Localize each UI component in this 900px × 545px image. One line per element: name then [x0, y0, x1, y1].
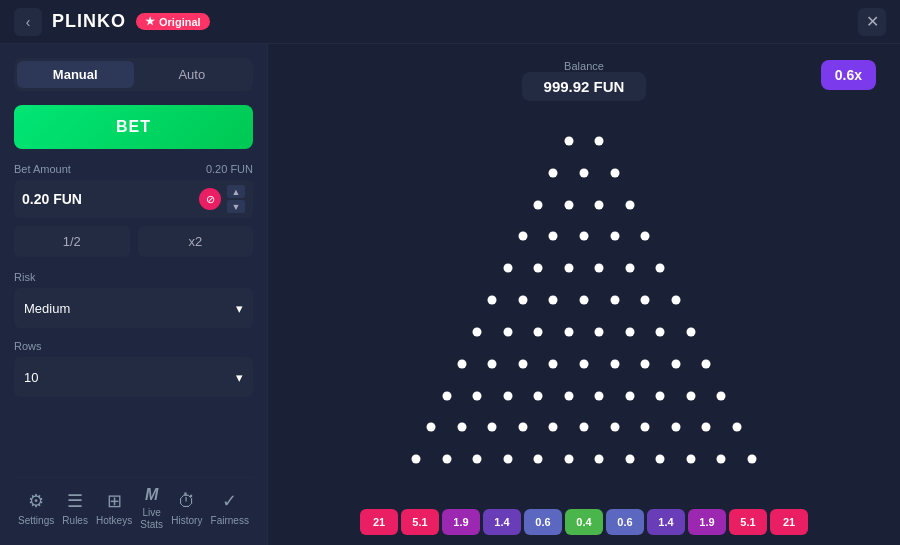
risk-label-row: Risk [14, 271, 253, 283]
balance-box: Balance 999.92 FUN [522, 60, 647, 101]
peg [473, 455, 482, 464]
peg [625, 327, 634, 336]
peg [641, 296, 650, 305]
tab-manual[interactable]: Manual [17, 61, 134, 88]
history-icon: ⏱ [178, 491, 196, 512]
bucket: 1.4 [483, 509, 521, 535]
bucket: 0.4 [565, 509, 603, 535]
peg [656, 455, 665, 464]
peg [473, 327, 482, 336]
double-button[interactable]: x2 [138, 226, 254, 257]
live-stats-button[interactable]: M LiveStats [140, 486, 163, 531]
peg [580, 168, 589, 177]
hotkeys-icon: ⊞ [107, 490, 122, 512]
peg [641, 423, 650, 432]
rows-label: Rows [14, 340, 42, 352]
peg [549, 168, 558, 177]
peg [580, 359, 589, 368]
rules-label: Rules [62, 515, 88, 527]
back-button[interactable]: ‹ [14, 8, 42, 36]
balance-label: Balance [564, 60, 604, 72]
peg [518, 232, 527, 241]
bet-input-row: 0.20 FUN ⊘ ▲ ▼ [14, 180, 253, 218]
rows-label-row: Rows [14, 340, 253, 352]
settings-button[interactable]: ⚙ Settings [18, 490, 54, 527]
peg [549, 423, 558, 432]
star-icon: ★ [145, 15, 155, 28]
bucket: 5.1 [401, 509, 439, 535]
peg [503, 264, 512, 273]
peg [564, 391, 573, 400]
spin-up-button[interactable]: ▲ [227, 185, 245, 198]
bucket: 1.9 [688, 509, 726, 535]
main-layout: Manual Auto BET Bet Amount 0.20 FUN 0.20… [0, 44, 900, 545]
history-label: History [171, 515, 202, 527]
rows-value: 10 [24, 370, 38, 385]
hotkeys-label: Hotkeys [96, 515, 132, 527]
peg [488, 296, 497, 305]
fairness-icon: ✓ [222, 490, 237, 512]
peg [595, 327, 604, 336]
tab-auto[interactable]: Auto [134, 61, 251, 88]
bet-button[interactable]: BET [14, 105, 253, 149]
plinko-board: 215.11.91.40.60.40.61.41.95.121 [344, 109, 824, 545]
bet-amount-label: Bet Amount [14, 163, 71, 175]
peg [488, 423, 497, 432]
peg [717, 455, 726, 464]
risk-value: Medium [24, 301, 70, 316]
peg [641, 359, 650, 368]
peg [457, 359, 466, 368]
bet-amount-label-row: Bet Amount 0.20 FUN [14, 163, 253, 175]
peg [610, 359, 619, 368]
peg [534, 264, 543, 273]
history-button[interactable]: ⏱ History [171, 491, 202, 527]
spin-down-button[interactable]: ▼ [227, 200, 245, 213]
peg [503, 455, 512, 464]
peg [610, 296, 619, 305]
chevron-down-icon: ▾ [236, 301, 243, 316]
tabs: Manual Auto [14, 58, 253, 91]
peg [564, 200, 573, 209]
peg [549, 359, 558, 368]
peg [656, 264, 665, 273]
bottom-icons: ⚙ Settings ☰ Rules ⊞ Hotkeys M LiveStats… [14, 477, 253, 531]
peg [442, 455, 451, 464]
pegs-area [344, 109, 824, 491]
game-area: Balance 999.92 FUN 0.6x 215.11.91.40.60.… [268, 44, 900, 545]
peg [625, 200, 634, 209]
peg [610, 168, 619, 177]
buckets-row: 215.11.91.40.60.40.61.41.95.121 [360, 509, 808, 535]
risk-select[interactable]: Medium ▾ [14, 288, 253, 328]
close-button[interactable]: ✕ [858, 8, 886, 36]
peg [503, 327, 512, 336]
peg [549, 232, 558, 241]
rules-button[interactable]: ☰ Rules [62, 490, 88, 527]
live-stats-label: LiveStats [140, 507, 163, 531]
peg [564, 264, 573, 273]
peg [457, 423, 466, 432]
peg [503, 391, 512, 400]
original-badge: ★ Original [136, 13, 210, 30]
fun-coin-icon: ⊘ [199, 188, 221, 210]
header: ‹ PLINKO ★ Original ✕ [0, 0, 900, 44]
peg [564, 455, 573, 464]
bucket: 1.9 [442, 509, 480, 535]
fairness-button[interactable]: ✓ Fairness [211, 490, 249, 527]
peg [732, 423, 741, 432]
hotkeys-button[interactable]: ⊞ Hotkeys [96, 490, 132, 527]
half-button[interactable]: 1/2 [14, 226, 130, 257]
peg [656, 327, 665, 336]
peg [580, 296, 589, 305]
peg [412, 455, 421, 464]
spin-buttons: ▲ ▼ [227, 184, 245, 214]
rows-select[interactable]: 10 ▾ [14, 357, 253, 397]
peg [625, 391, 634, 400]
peg [702, 359, 711, 368]
settings-label: Settings [18, 515, 54, 527]
bucket: 5.1 [729, 509, 767, 535]
risk-label: Risk [14, 271, 35, 283]
peg [580, 232, 589, 241]
bucket: 21 [360, 509, 398, 535]
chevron-down-icon-rows: ▾ [236, 370, 243, 385]
balance-value: 999.92 FUN [522, 72, 647, 101]
